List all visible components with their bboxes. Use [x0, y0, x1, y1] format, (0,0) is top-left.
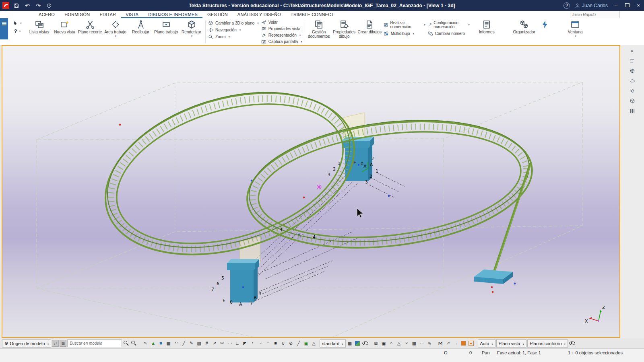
search-icon[interactable]	[123, 340, 130, 347]
help-icon[interactable]: ?	[564, 2, 570, 9]
redibujar-button[interactable]: Redibujar	[128, 18, 153, 45]
snap-edge-icon[interactable]: ╱	[295, 340, 302, 347]
snap-none-icon[interactable]: ⊘	[287, 340, 294, 347]
renderizar-button[interactable]: Renderizar	[179, 18, 204, 45]
snap-extension-icon[interactable]: ↗	[211, 340, 218, 347]
quick-launch-button[interactable]	[537, 18, 553, 45]
quick-start-input[interactable]	[570, 11, 620, 18]
render-pair-icon[interactable]	[354, 340, 361, 347]
phase-other-icon[interactable]	[468, 340, 475, 347]
tab-trimble-connect[interactable]: TRIMBLE CONNECT	[286, 11, 339, 18]
snap-midpoint-icon[interactable]: ∶	[249, 340, 256, 347]
lista-vistas-button[interactable]: Lista vistas	[27, 18, 52, 45]
view-eye-icon[interactable]	[362, 340, 369, 347]
model-search-input[interactable]	[67, 339, 122, 347]
cloud-icon[interactable]	[629, 78, 636, 84]
ventana-button[interactable]: Ventana	[563, 18, 588, 45]
grid-plane-toggle-icon[interactable]: ▦	[60, 340, 66, 347]
configuracion-numeracion-button[interactable]: Configuración numeración	[427, 20, 471, 30]
visibility-eye-icon[interactable]	[569, 340, 576, 347]
propiedades-dibujo-button[interactable]: Propiedades dibujo	[332, 18, 357, 45]
plano-trabajo-button[interactable]: Plano trabajo	[153, 18, 179, 45]
snap-solid-icon[interactable]: ■	[272, 340, 279, 347]
area-trabajo-button[interactable]: Área trabajo	[103, 18, 128, 45]
snap-triangle-icon[interactable]: ▲	[150, 340, 157, 347]
select-wave-icon[interactable]: ∿	[426, 340, 433, 347]
snap-curve-icon[interactable]: ~	[257, 340, 264, 347]
applications-grid-icon[interactable]	[629, 108, 636, 114]
cambiar-numero-button[interactable]: Cambiar número	[427, 31, 471, 37]
tab-vista[interactable]: VISTA	[121, 11, 143, 18]
captura-pantalla-button[interactable]: Captura pantalla	[260, 39, 303, 45]
save-icon[interactable]	[13, 2, 20, 9]
close-button[interactable]: ×	[635, 2, 642, 8]
gestion-documentos-button[interactable]: Gestión documentos	[306, 18, 332, 45]
components-cube-icon[interactable]	[629, 98, 636, 104]
multidibujo-button[interactable]: Multidibujo	[382, 31, 427, 37]
snap-hash-icon[interactable]: #	[203, 340, 210, 347]
select-part-icon[interactable]: △	[396, 340, 402, 347]
tab-editar[interactable]: EDITAR	[95, 11, 121, 18]
minimize-button[interactable]: –	[613, 2, 619, 8]
planos-contorno-dropdown[interactable]: Planos contorno	[527, 339, 568, 348]
tab-acero[interactable]: ACERO	[34, 11, 60, 18]
auto-dropdown[interactable]: Auto	[478, 339, 495, 348]
volar-button[interactable]: Volar	[260, 19, 303, 25]
history-icon[interactable]	[45, 2, 53, 9]
snap-rectangle-icon[interactable]: ▭	[226, 340, 233, 347]
propiedades-vista-button[interactable]: Propiedades vista	[260, 26, 303, 32]
tekla-online-globe-icon[interactable]	[629, 68, 636, 74]
snap-any-icon[interactable]: *	[264, 340, 271, 347]
select-parallel-icon[interactable]: ▱	[419, 340, 425, 347]
snap-cut-icon[interactable]: ✂	[219, 340, 225, 347]
measure-arrow-icon[interactable]: →	[452, 340, 459, 347]
search-window-icon[interactable]	[130, 340, 137, 347]
tab-analisis-y-diseno[interactable]: ANÁLISIS Y DISEÑO	[233, 11, 286, 18]
context-help-button[interactable]: ?	[14, 28, 21, 34]
snap-magnet-icon[interactable]: ∪	[280, 340, 287, 347]
grid-toggle-icon[interactable]: ▦	[347, 340, 353, 347]
tab-hormigon[interactable]: HORMIGÓN	[60, 11, 95, 18]
select-none-icon[interactable]: ×	[403, 340, 410, 347]
select-point-icon[interactable]: ○	[388, 340, 395, 347]
phase-current-icon[interactable]	[460, 340, 467, 347]
navegacion-button[interactable]: Navegación	[207, 27, 260, 33]
informes-button[interactable]: Informes	[474, 18, 500, 45]
select-component-icon[interactable]: ▣	[380, 340, 387, 347]
realizar-numeracion-button[interactable]: Realizar numeración	[382, 20, 427, 30]
snap-freehand-icon[interactable]: ✎	[188, 340, 195, 347]
select-grid-icon[interactable]: ▦	[411, 340, 418, 347]
snap-grid-lines-icon[interactable]: ▤	[196, 340, 202, 347]
snap-vertex-icon[interactable]: △	[310, 340, 317, 347]
plano-vista-dropdown[interactable]: Plano vista	[496, 339, 526, 348]
restore-button[interactable]	[624, 2, 630, 8]
standard-dropdown[interactable]: standard	[320, 339, 345, 348]
tab-dibujos-e-informes[interactable]: DIBUJOS E INFORMES	[143, 11, 202, 18]
nueva-vista-button[interactable]: Nueva vista	[52, 18, 77, 45]
collapse-chevron-icon[interactable]: »	[629, 47, 636, 54]
properties-panel-icon[interactable]	[629, 58, 636, 64]
redo-icon[interactable]: ↷	[35, 2, 42, 9]
measure-ne-icon[interactable]: ↗	[445, 340, 452, 347]
column-1[interactable]	[342, 137, 374, 181]
snap-line-icon[interactable]: ╱	[180, 340, 187, 347]
select-all-icon[interactable]: ⊠	[373, 340, 380, 347]
representacion-button[interactable]: Representación	[260, 32, 303, 38]
undo-icon[interactable]: ↶	[24, 2, 31, 9]
model-origin-dropdown[interactable]: ⊕ Origen de modelo	[2, 339, 51, 348]
plano-recorte-button[interactable]: Plano recorte	[77, 18, 103, 45]
viewport-3d[interactable]: 1 2 3 E 0 A Z 1 2 3 5 6 7 4 4 5 6 7	[2, 45, 620, 338]
filter-icon[interactable]: ⋈	[437, 340, 444, 347]
zoom-button[interactable]: Zoom	[207, 34, 260, 40]
snap-points-icon[interactable]: ∷	[173, 340, 180, 347]
snap-face-icon[interactable]: ▣	[303, 340, 310, 347]
tab-gestion[interactable]: GESTIÓN	[202, 11, 233, 18]
select-tool-button[interactable]	[13, 21, 22, 26]
cambiar-3d-plano-button[interactable]: Cambiar a 3D o plano	[207, 20, 260, 26]
snap-perpendicular-icon[interactable]: ∟	[234, 340, 241, 347]
select-cursor-icon[interactable]: ↖	[142, 340, 149, 347]
main-menu-button[interactable]	[0, 18, 8, 39]
snap-square-icon[interactable]: ■	[157, 340, 164, 347]
crear-dibujos-button[interactable]: Crear dibujos	[357, 18, 382, 45]
settings-gear-icon[interactable]	[629, 88, 636, 94]
